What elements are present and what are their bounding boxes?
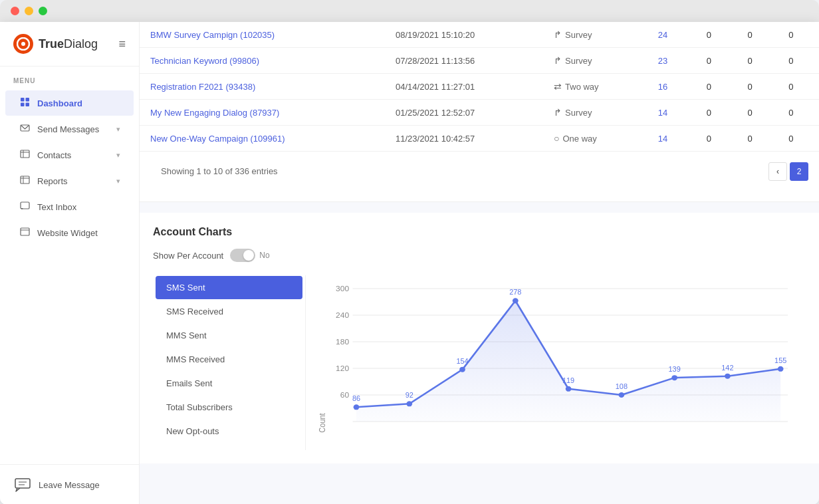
sidebar-item-label: Website Widget: [37, 228, 98, 238]
svg-rect-16: [15, 479, 30, 488]
chart-menu-item-new-opt-outs[interactable]: New Opt-outs: [156, 420, 302, 443]
svg-rect-3: [25, 98, 29, 102]
page-button[interactable]: 2: [790, 162, 808, 181]
chart-label: 119: [562, 377, 574, 384]
date-cell: 11/23/2021 10:42:57: [385, 126, 543, 152]
sidebar-nav: Dashboard Send Messages ▾: [0, 90, 139, 464]
menu-label: MENU: [0, 66, 139, 90]
charts-body: SMS SentSMS ReceivedMMS SentMMS Received…: [153, 275, 806, 450]
chart-menu-item-mms-sent[interactable]: MMS Sent: [156, 324, 302, 347]
campaign-link[interactable]: My New Engaging Dialog (87937): [150, 108, 279, 118]
pagination: ‹ 2: [768, 162, 808, 181]
prev-page-button[interactable]: ‹: [768, 162, 787, 181]
col2: 0: [737, 100, 778, 126]
type-label: Survey: [565, 56, 592, 66]
contacts-icon: [19, 149, 31, 161]
chart-menu-item-total-subscribers[interactable]: Total Subscribers: [156, 396, 302, 419]
col2: 0: [737, 22, 778, 48]
chart-menu-item-sms-sent[interactable]: SMS Sent: [156, 276, 302, 299]
logo-area: TrueDialog: [13, 34, 98, 54]
svg-text:300: 300: [336, 285, 349, 292]
minimize-button[interactable]: [25, 7, 33, 15]
chart-dot: [778, 366, 784, 372]
svg-rect-5: [25, 103, 29, 107]
table-row: New One-Way Campaign (109961) 11/23/2021…: [140, 126, 819, 152]
type-cell: ↱ Survey: [543, 100, 647, 126]
type-icon: ↱: [554, 55, 562, 66]
col3: 0: [778, 74, 819, 100]
table-row: BMW Survey Campign (102035) 08/19/2021 1…: [140, 22, 819, 48]
col1: 0: [696, 74, 737, 100]
svg-rect-2: [21, 98, 25, 102]
window-chrome: [0, 0, 819, 22]
col3: 0: [778, 48, 819, 74]
type-icon: ⇄: [554, 81, 562, 92]
close-button[interactable]: [11, 7, 19, 15]
sidebar-header: TrueDialog ≡: [0, 22, 139, 66]
chart-menu-item-sms-received[interactable]: SMS Received: [156, 300, 302, 323]
website-widget-icon: [19, 227, 31, 239]
type-cell: ↱ Survey: [543, 48, 647, 74]
showing-text: Showing 1 to 10 of 336 entries: [150, 158, 289, 184]
sidebar-item-label: Reports: [37, 176, 68, 186]
charts-title: Account Charts: [153, 226, 806, 238]
sent-count[interactable]: 14: [647, 126, 696, 152]
hamburger-menu[interactable]: ≡: [118, 37, 126, 51]
chart-area: Count 300 240 180 120 60: [306, 275, 806, 450]
maximize-button[interactable]: [39, 7, 47, 15]
campaign-link[interactable]: Registration F2021 (93438): [150, 82, 255, 92]
chart-dot: [354, 404, 360, 410]
svg-point-1: [21, 42, 25, 46]
show-per-account-row: Show Per Account No: [153, 249, 806, 262]
toggle-switch[interactable]: No: [230, 249, 269, 262]
chevron-down-icon: ▾: [116, 177, 120, 186]
sidebar-item-text-inbox[interactable]: Text Inbox: [5, 194, 134, 219]
date-cell: 07/28/2021 11:13:56: [385, 48, 543, 74]
col3: 0: [778, 22, 819, 48]
type-label: Survey: [565, 30, 592, 40]
type-label: Survey: [565, 108, 592, 118]
table-row: Registration F2021 (93438) 04/14/2021 11…: [140, 74, 819, 100]
col1: 0: [696, 126, 737, 152]
svg-rect-7: [21, 150, 29, 158]
type-cell: ○ One way: [543, 126, 647, 152]
chart-menu-item-mms-received[interactable]: MMS Received: [156, 348, 302, 371]
logo-text: TrueDialog: [39, 37, 98, 51]
sidebar-item-website-widget[interactable]: Website Widget: [5, 220, 134, 245]
campaign-link[interactable]: Technician Keyword (99806): [150, 56, 259, 66]
svg-text:60: 60: [340, 391, 349, 398]
type-icon: ↱: [554, 29, 562, 40]
chart-dot: [619, 392, 625, 398]
type-label: Two way: [565, 82, 599, 92]
campaign-link[interactable]: BMW Survey Campign (102035): [150, 30, 275, 40]
leave-message-button[interactable]: Leave Message: [13, 475, 126, 494]
table-row: Technician Keyword (99806) 07/28/2021 11…: [140, 48, 819, 74]
sent-count[interactable]: 14: [647, 100, 696, 126]
svg-text:120: 120: [336, 364, 349, 372]
svg-text:240: 240: [336, 311, 349, 318]
sidebar-item-label: Contacts: [37, 150, 71, 160]
sidebar-item-label: Dashboard: [37, 98, 82, 108]
toggle-state-label: No: [259, 251, 269, 260]
sidebar-item-reports[interactable]: Reports ▾: [5, 168, 134, 193]
main-content: BMW Survey Campign (102035) 08/19/2021 1…: [140, 22, 819, 504]
sidebar-item-send-messages[interactable]: Send Messages ▾: [5, 116, 134, 142]
chart-label: 278: [509, 289, 521, 297]
campaign-link[interactable]: New One-Way Campaign (109961): [150, 134, 285, 144]
col1: 0: [696, 100, 737, 126]
sidebar: TrueDialog ≡ MENU Dashboard: [0, 22, 140, 504]
type-icon: ↱: [554, 107, 562, 118]
chart-dot: [671, 375, 677, 380]
sidebar-item-contacts[interactable]: Contacts ▾: [5, 142, 134, 168]
chart-label: 86: [352, 396, 360, 403]
chart-menu-item-emails-sent[interactable]: Emails Sent: [156, 372, 302, 395]
sidebar-item-dashboard[interactable]: Dashboard: [5, 90, 134, 116]
show-per-label: Show Per Account: [153, 251, 223, 261]
col1: 0: [696, 22, 737, 48]
sent-count[interactable]: 24: [647, 22, 696, 48]
svg-rect-4: [21, 103, 25, 107]
sent-count[interactable]: 16: [647, 74, 696, 100]
chart-dot: [406, 401, 412, 406]
toggle-track[interactable]: [230, 249, 255, 262]
sent-count[interactable]: 23: [647, 48, 696, 74]
